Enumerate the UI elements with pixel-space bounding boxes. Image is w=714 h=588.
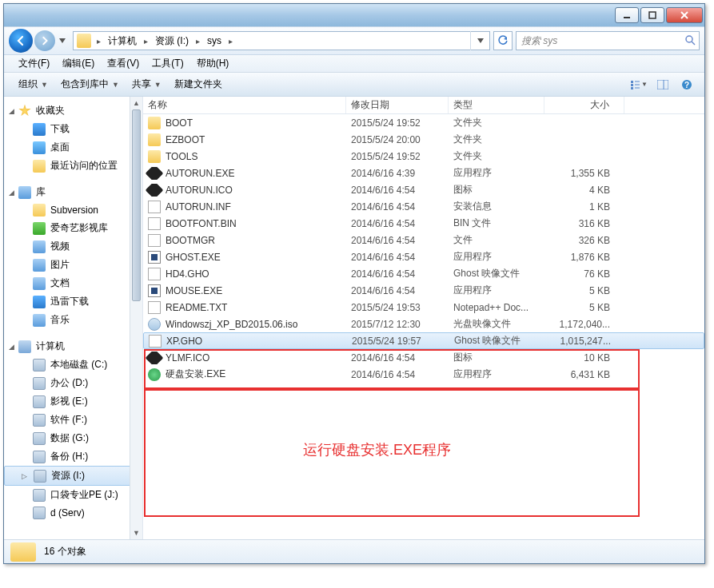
toolbar-share[interactable]: 共享▼ xyxy=(126,73,168,96)
collapse-icon[interactable]: ◢ xyxy=(7,106,16,115)
sidebar-favorites[interactable]: ◢收藏夹 xyxy=(4,101,142,120)
menu-help[interactable]: 帮助(H) xyxy=(190,57,236,70)
minimize-button[interactable] xyxy=(615,7,639,23)
file-row[interactable]: AUTORUN.EXE2014/6/16 4:39应用程序1,355 KB xyxy=(143,165,704,181)
sidebar-item-drive[interactable]: ▷资源 (I:) xyxy=(4,466,142,486)
file-type-icon xyxy=(146,167,164,180)
sidebar-computer[interactable]: ◢计算机 xyxy=(4,337,142,356)
sidebar-item-documents[interactable]: 文档 xyxy=(4,274,142,292)
refresh-button[interactable] xyxy=(493,31,513,50)
file-row[interactable]: Windowszj_XP_BD2015.06.iso2015/7/12 12:3… xyxy=(143,316,704,332)
toolbar-include[interactable]: 包含到库中▼ xyxy=(54,73,126,96)
search-input[interactable]: 搜索 sys xyxy=(516,31,700,50)
column-name[interactable]: 名称 xyxy=(143,97,346,113)
file-name: BOOT xyxy=(166,117,193,129)
sidebar-item-xunlei[interactable]: 迅雷下载 xyxy=(4,292,142,311)
history-dropdown[interactable] xyxy=(57,29,68,53)
file-row[interactable]: MOUSE.EXE2014/6/16 4:54应用程序5 KB xyxy=(143,282,704,299)
close-button[interactable] xyxy=(666,7,703,23)
chevron-right-icon[interactable]: ▸ xyxy=(193,37,202,46)
expand-icon[interactable]: ▷ xyxy=(20,471,29,480)
file-size: 5 KB xyxy=(544,285,624,296)
sidebar-item-drive[interactable]: 数据 (G:) xyxy=(4,429,142,447)
file-row[interactable]: EZBOOT2015/5/24 20:00文件夹 xyxy=(143,131,704,148)
sidebar-item-drive[interactable]: 本地磁盘 (C:) xyxy=(4,356,142,374)
back-button[interactable] xyxy=(9,29,33,53)
maximize-button[interactable] xyxy=(640,7,664,23)
sidebar-item-videos[interactable]: 视频 xyxy=(4,237,142,256)
file-row[interactable]: HD4.GHO2014/6/16 4:54Ghost 映像文件76 KB xyxy=(143,265,704,282)
menu-view[interactable]: 查看(V) xyxy=(101,57,146,70)
sidebar-item-recent[interactable]: 最近访问的位置 xyxy=(4,157,142,175)
sidebar-item-downloads[interactable]: 下载 xyxy=(4,120,142,138)
file-list: 名称 修改日期 类型 大小 BOOT2015/5/24 19:52文件夹EZBO… xyxy=(143,97,704,539)
file-row[interactable]: TOOLS2015/5/24 19:52文件夹 xyxy=(143,148,704,165)
file-name: EZBOOT xyxy=(166,134,205,145)
file-row[interactable]: BOOTMGR2014/6/16 4:54文件326 KB xyxy=(143,232,704,248)
preview-pane-button[interactable] xyxy=(653,76,672,93)
statusbar: 16 个对象 xyxy=(4,539,704,563)
file-row[interactable]: YLMF.ICO2014/6/16 4:54图标10 KB xyxy=(143,349,704,366)
forward-button[interactable] xyxy=(34,30,55,51)
chevron-right-icon[interactable]: ▸ xyxy=(94,37,103,46)
breadcrumb[interactable]: ▸ 计算机 ▸ 资源 (I:) ▸ sys ▸ xyxy=(73,31,490,50)
sidebar-item-drive[interactable]: 备份 (H:) xyxy=(4,447,142,466)
breadcrumb-folder[interactable]: sys xyxy=(202,32,226,50)
scroll-up-icon[interactable]: ▲ xyxy=(130,97,142,109)
help-button[interactable]: ? xyxy=(677,76,696,93)
annotation-text: 运行硬盘安装.EXE程序 xyxy=(303,440,451,459)
collapse-icon[interactable]: ◢ xyxy=(7,188,16,197)
sidebar-item-subversion[interactable]: Subversion xyxy=(4,201,142,219)
file-type: Notepad++ Doc... xyxy=(449,302,544,313)
menu-edit[interactable]: 编辑(E) xyxy=(56,57,101,70)
file-type-icon xyxy=(146,352,164,364)
star-icon xyxy=(18,105,31,117)
file-row[interactable]: XP.GHO2015/5/24 19:57Ghost 映像文件1,015,247… xyxy=(143,332,704,349)
file-name: AUTORUN.INF xyxy=(166,201,231,213)
sidebar-item-drive[interactable]: 影视 (E:) xyxy=(4,392,142,411)
sidebar-item-drive[interactable]: 口袋专业PE (J:) xyxy=(4,486,142,504)
file-row[interactable]: README.TXT2015/5/24 19:53Notepad++ Doc..… xyxy=(143,299,704,316)
drive-icon xyxy=(33,507,46,519)
file-row[interactable]: AUTORUN.INF2014/6/16 4:54安装信息1 KB xyxy=(143,198,704,215)
menu-file[interactable]: 文件(F) xyxy=(12,57,56,70)
toolbar-new-folder[interactable]: 新建文件夹 xyxy=(168,73,229,96)
file-type-icon xyxy=(149,335,162,348)
column-size[interactable]: 大小 xyxy=(544,97,624,113)
sidebar-scrollbar[interactable]: ▲ ▼ xyxy=(130,97,142,539)
scroll-down-icon[interactable]: ▼ xyxy=(130,526,142,539)
file-row[interactable]: GHOST.EXE2014/6/16 4:54应用程序1,876 KB xyxy=(143,248,704,265)
toolbar-organize[interactable]: 组织▼ xyxy=(12,73,54,96)
sidebar-item-drive[interactable]: 办公 (D:) xyxy=(4,374,142,392)
file-date: 2015/5/24 19:57 xyxy=(347,336,449,347)
titlebar[interactable] xyxy=(4,4,704,26)
sidebar-item-desktop[interactable]: 桌面 xyxy=(4,138,142,157)
breadcrumb-dropdown[interactable] xyxy=(470,31,489,50)
column-type[interactable]: 类型 xyxy=(449,97,544,113)
svg-rect-6 xyxy=(631,81,633,83)
file-row[interactable]: BOOTFONT.BIN2014/6/16 4:54BIN 文件316 KB xyxy=(143,215,704,232)
chevron-right-icon[interactable]: ▸ xyxy=(142,37,150,46)
collapse-icon[interactable]: ◢ xyxy=(7,342,16,351)
breadcrumb-computer[interactable]: 计算机 xyxy=(103,32,142,50)
sidebar-item-drive[interactable]: d (Serv) xyxy=(4,504,142,522)
column-date[interactable]: 修改日期 xyxy=(346,97,449,113)
file-type: 文件夹 xyxy=(449,133,544,146)
breadcrumb-drive[interactable]: 资源 (I:) xyxy=(150,32,193,50)
file-name: Windowszj_XP_BD2015.06.iso xyxy=(166,319,297,330)
file-row[interactable]: AUTORUN.ICO2014/6/16 4:54图标4 KB xyxy=(143,181,704,198)
file-type: 应用程序 xyxy=(449,368,544,381)
file-row[interactable]: BOOT2015/5/24 19:52文件夹 xyxy=(143,114,704,131)
chevron-right-icon[interactable]: ▸ xyxy=(226,37,235,46)
file-row[interactable]: 硬盘安装.EXE2014/6/16 4:54应用程序6,431 KB xyxy=(143,366,704,383)
svg-point-4 xyxy=(686,36,692,42)
view-options-button[interactable]: ▼ xyxy=(629,76,648,93)
sidebar-item-pictures[interactable]: 图片 xyxy=(4,256,142,274)
menu-tools[interactable]: 工具(T) xyxy=(146,57,189,70)
sidebar-item-drive[interactable]: 软件 (F:) xyxy=(4,411,142,429)
file-type: 光盘映像文件 xyxy=(449,317,544,331)
scroll-thumb[interactable] xyxy=(132,109,141,301)
sidebar-item-music[interactable]: 音乐 xyxy=(4,311,142,329)
sidebar-libraries[interactable]: ◢库 xyxy=(4,183,142,201)
sidebar-item-iqiyi[interactable]: 爱奇艺影视库 xyxy=(4,219,142,237)
